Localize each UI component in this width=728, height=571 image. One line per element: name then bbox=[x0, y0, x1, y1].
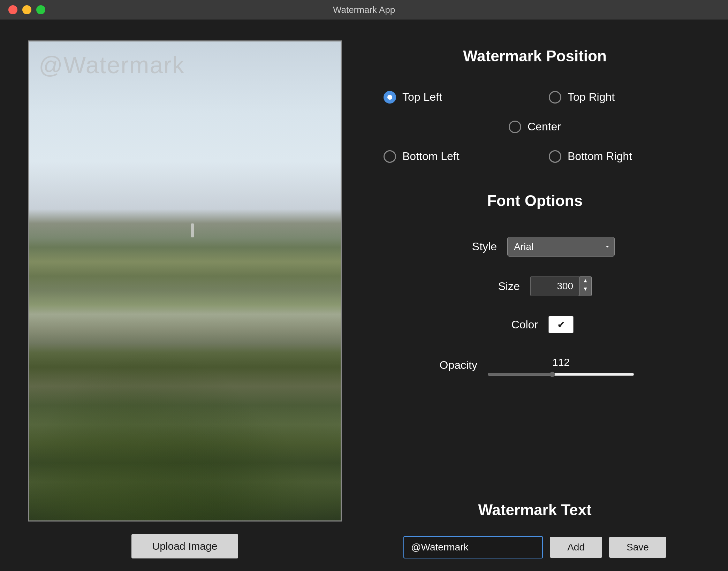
font-options-title: Font Options bbox=[370, 192, 700, 210]
opacity-row: Opacity 112 bbox=[370, 343, 700, 387]
watermark-text-section: Watermark Text Add Save bbox=[370, 501, 700, 558]
radio-label-top-right: Top Right bbox=[568, 91, 615, 104]
radio-top-right[interactable]: Top Right bbox=[535, 82, 700, 112]
style-row: Style Arial Helvetica Times New Roman Ge… bbox=[370, 227, 700, 266]
color-label: Color bbox=[496, 318, 538, 331]
style-label: Style bbox=[455, 240, 497, 253]
radio-circle-top-left bbox=[384, 91, 396, 104]
radio-circle-top-right bbox=[549, 91, 561, 104]
lighthouse-detail bbox=[191, 223, 194, 237]
size-input-group: ▲ ▼ bbox=[530, 276, 592, 296]
titlebar: Watermark App bbox=[0, 0, 728, 20]
image-container: @Watermark bbox=[28, 40, 342, 521]
radio-center[interactable]: Center bbox=[370, 112, 700, 142]
radio-bottom-right[interactable]: Bottom Right bbox=[535, 142, 700, 171]
right-panel: Watermark Position Top Left Top Right Ce… bbox=[370, 40, 700, 558]
app-title: Watermark App bbox=[333, 5, 395, 15]
text-input-row: Add Save bbox=[370, 536, 700, 558]
radio-top-left[interactable]: Top Left bbox=[370, 82, 535, 112]
window-controls bbox=[8, 5, 45, 14]
radio-label-bottom-right: Bottom Right bbox=[568, 150, 632, 163]
upload-image-button[interactable]: Upload Image bbox=[131, 534, 238, 558]
color-row: Color ✔ bbox=[370, 306, 700, 343]
opacity-value: 112 bbox=[552, 356, 570, 368]
size-spinner[interactable]: ▲ ▼ bbox=[579, 276, 592, 296]
position-section: Watermark Position Top Left Top Right Ce… bbox=[370, 47, 700, 192]
color-swatch[interactable]: ✔ bbox=[548, 316, 574, 333]
maximize-button[interactable] bbox=[36, 5, 45, 14]
spinner-down[interactable]: ▼ bbox=[579, 285, 591, 293]
position-title: Watermark Position bbox=[370, 47, 700, 65]
main-content: @Watermark Upload Image Watermark Positi… bbox=[0, 20, 728, 571]
radio-label-center: Center bbox=[528, 120, 561, 133]
color-check-icon: ✔ bbox=[557, 319, 565, 330]
radio-label-bottom-left: Bottom Left bbox=[402, 150, 460, 163]
radio-circle-center bbox=[509, 121, 521, 133]
opacity-container: 112 bbox=[488, 356, 634, 377]
position-grid: Top Left Top Right Center Bottom Left bbox=[370, 82, 700, 171]
opacity-label: Opacity bbox=[435, 359, 477, 372]
minimize-button[interactable] bbox=[22, 5, 31, 14]
spinner-up[interactable]: ▲ bbox=[579, 276, 591, 285]
radio-label-top-left: Top Left bbox=[402, 91, 442, 104]
font-style-select[interactable]: Arial Helvetica Times New Roman Georgia … bbox=[507, 237, 615, 257]
font-options-section: Font Options Style Arial Helvetica Times… bbox=[370, 192, 700, 387]
radio-circle-bottom-left bbox=[384, 150, 396, 163]
photo-overlay bbox=[29, 281, 341, 520]
save-button[interactable]: Save bbox=[609, 537, 666, 558]
opacity-slider[interactable] bbox=[488, 372, 634, 377]
size-input[interactable] bbox=[530, 276, 579, 296]
size-label: Size bbox=[478, 280, 520, 293]
radio-bottom-left[interactable]: Bottom Left bbox=[370, 142, 535, 171]
close-button[interactable] bbox=[8, 5, 17, 14]
watermark-text-input[interactable] bbox=[403, 536, 543, 558]
left-panel: @Watermark Upload Image bbox=[28, 40, 342, 558]
add-button[interactable]: Add bbox=[550, 537, 602, 558]
watermark-text-title: Watermark Text bbox=[370, 501, 700, 519]
radio-circle-bottom-right bbox=[549, 150, 561, 163]
size-row: Size ▲ ▼ bbox=[370, 266, 700, 306]
